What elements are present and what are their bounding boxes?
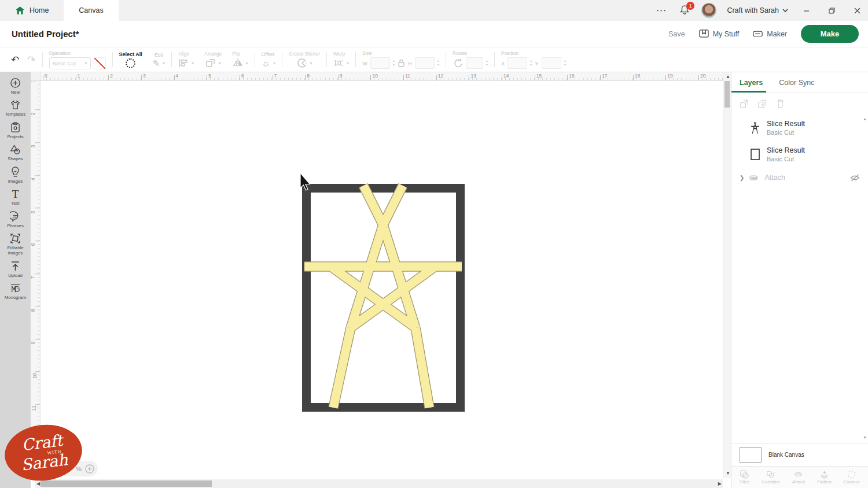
sidebar-item-editable-images[interactable]: Editable Images bbox=[0, 233, 31, 256]
make-button[interactable]: Make bbox=[801, 25, 859, 43]
contour-button[interactable]: Contour bbox=[843, 470, 859, 485]
star-shape[interactable] bbox=[304, 186, 462, 408]
notification-badge: 1 bbox=[686, 2, 694, 10]
sidebar-item-templates[interactable]: Templates bbox=[0, 99, 31, 117]
zoom-in-icon[interactable] bbox=[85, 464, 94, 474]
group-icon[interactable] bbox=[740, 99, 749, 109]
canvas-color-swatch[interactable] bbox=[740, 447, 762, 463]
duplicate-icon[interactable] bbox=[757, 99, 767, 109]
tab-canvas[interactable]: Canvas bbox=[64, 0, 118, 21]
ruler-number: 8 bbox=[30, 309, 36, 312]
ruler-corner bbox=[31, 72, 41, 81]
layer-row-slice-result-frame[interactable]: Slice Result Basic Cut bbox=[731, 141, 868, 168]
sidebar-item-projects[interactable]: Projects bbox=[0, 122, 31, 140]
select-all-button[interactable] bbox=[126, 58, 135, 68]
position-y-input[interactable] bbox=[542, 57, 561, 69]
position-x-input[interactable] bbox=[507, 57, 527, 69]
rectangle-thumbnail bbox=[750, 148, 760, 161]
operation-select[interactable]: Basic Cut▾ bbox=[49, 57, 91, 69]
flatten-button[interactable]: Flatten bbox=[817, 470, 831, 485]
scroll-right-arrow[interactable]: ▶ bbox=[718, 482, 722, 486]
edit-pencil-button[interactable]: ✎ bbox=[153, 59, 160, 68]
create-sticker-label: Create Sticker bbox=[289, 51, 320, 57]
canvas-artwork bbox=[31, 72, 731, 488]
minimize-button[interactable] bbox=[799, 3, 814, 18]
machine-select-button[interactable]: Maker bbox=[753, 29, 787, 38]
horizontal-scroll-thumb[interactable] bbox=[41, 480, 212, 487]
sidebar-item-upload[interactable]: Upload bbox=[0, 261, 31, 279]
sidebar-item-new[interactable]: New bbox=[0, 77, 31, 95]
ruler-number: 1 bbox=[78, 73, 80, 79]
height-stepper[interactable]: ▴▾ bbox=[437, 59, 439, 66]
flip-dropdown[interactable]: ▾ bbox=[246, 61, 248, 66]
shapes-icon bbox=[10, 144, 21, 155]
attach-button[interactable]: Attach bbox=[792, 470, 806, 485]
blank-canvas-row[interactable]: Blank Canvas bbox=[731, 443, 868, 466]
align-dropdown[interactable]: ▾ bbox=[192, 61, 194, 66]
sidebar-item-phrases[interactable]: Phrases bbox=[0, 211, 31, 229]
arrange-icon bbox=[205, 58, 216, 68]
attach-group-row[interactable]: ❯ Attach bbox=[731, 168, 868, 187]
paperclip-icon bbox=[749, 174, 759, 182]
tab-color-sync[interactable]: Color Sync bbox=[771, 72, 822, 93]
more-menu-button[interactable]: ⋯ bbox=[653, 4, 669, 17]
flip-icon bbox=[233, 58, 243, 68]
project-header: Untitled Project* Save My Stuff Maker Ma… bbox=[0, 21, 868, 47]
tab-layers[interactable]: Layers bbox=[731, 72, 771, 93]
scroll-down-arrow[interactable]: ▼ bbox=[726, 471, 730, 476]
save-button[interactable]: Save bbox=[668, 30, 685, 38]
offset-icon[interactable]: ☼ bbox=[262, 58, 271, 68]
horizontal-scrollbar[interactable]: ◀ ▶ bbox=[35, 479, 723, 488]
redo-button[interactable]: ↷ bbox=[27, 55, 35, 65]
layer-row-slice-result-star[interactable]: Slice Result Basic Cut bbox=[731, 114, 868, 141]
width-stepper[interactable]: ▴▾ bbox=[393, 59, 395, 66]
combine-button[interactable]: Combine bbox=[762, 470, 780, 485]
my-stuff-button[interactable]: My Stuff bbox=[699, 29, 740, 38]
undo-button[interactable]: ↶ bbox=[11, 55, 19, 65]
close-button[interactable] bbox=[849, 3, 865, 18]
rotate-stepper[interactable]: ▴▾ bbox=[486, 59, 488, 66]
scroll-left-arrow[interactable]: ◀ bbox=[36, 482, 40, 486]
width-input[interactable] bbox=[370, 57, 390, 69]
offset-group: Offset ☼▾ bbox=[256, 47, 281, 72]
card-frame-shape[interactable] bbox=[307, 188, 461, 408]
sidebar-item-monogram[interactable]: Monogram bbox=[0, 283, 31, 301]
eye-off-icon[interactable] bbox=[850, 174, 860, 182]
tab-home[interactable]: Home bbox=[0, 0, 64, 21]
restore-button[interactable] bbox=[824, 3, 839, 18]
ruler-number: 6 bbox=[241, 73, 244, 79]
operation-group: Operation Basic Cut▾ bbox=[44, 47, 111, 72]
panel-scroll-up[interactable]: ▲ bbox=[863, 117, 867, 121]
scroll-up-arrow[interactable]: ▲ bbox=[726, 75, 730, 79]
flip-group: Flip ▾ bbox=[227, 47, 253, 72]
slice-button[interactable]: Slice bbox=[740, 470, 749, 485]
tab-home-label: Home bbox=[30, 6, 49, 14]
color-swatch[interactable] bbox=[94, 57, 106, 69]
canvas-viewport[interactable]: 01234567891011121314151617181920 1234567… bbox=[31, 72, 731, 488]
account-menu[interactable]: Craft with Sarah bbox=[727, 6, 788, 14]
arrange-dropdown[interactable]: ▾ bbox=[219, 61, 221, 66]
offset-dropdown[interactable]: ▾ bbox=[273, 61, 275, 66]
ruler-number: 10 bbox=[373, 73, 378, 79]
lock-icon[interactable] bbox=[398, 59, 405, 68]
vertical-scrollbar[interactable]: ▲ ▼ bbox=[723, 72, 731, 478]
notifications-button[interactable]: 1 bbox=[679, 5, 691, 16]
sidebar-item-text[interactable]: T Text bbox=[0, 188, 31, 206]
delete-icon[interactable] bbox=[775, 99, 785, 109]
height-input[interactable] bbox=[415, 57, 435, 69]
panel-scroll-down[interactable]: ▼ bbox=[863, 435, 867, 439]
warp-dropdown[interactable]: ▾ bbox=[347, 61, 349, 66]
sidebar-item-shapes[interactable]: Shapes bbox=[0, 144, 31, 162]
new-icon bbox=[10, 77, 21, 88]
edit-dropdown[interactable]: ▾ bbox=[163, 61, 165, 66]
ruler-number: 3 bbox=[30, 145, 36, 148]
ruler-number: 0 bbox=[45, 73, 47, 79]
position-x-stepper[interactable]: ▴▾ bbox=[530, 59, 532, 66]
create-sticker-dropdown[interactable]: ▾ bbox=[310, 61, 312, 66]
expand-chevron-icon[interactable]: ❯ bbox=[740, 175, 744, 181]
rotate-input[interactable] bbox=[466, 57, 483, 69]
sidebar-item-images[interactable]: Images bbox=[0, 167, 31, 184]
vertical-scroll-thumb[interactable] bbox=[724, 81, 730, 108]
avatar[interactable] bbox=[701, 3, 716, 18]
position-y-stepper[interactable]: ▴▾ bbox=[564, 59, 566, 66]
